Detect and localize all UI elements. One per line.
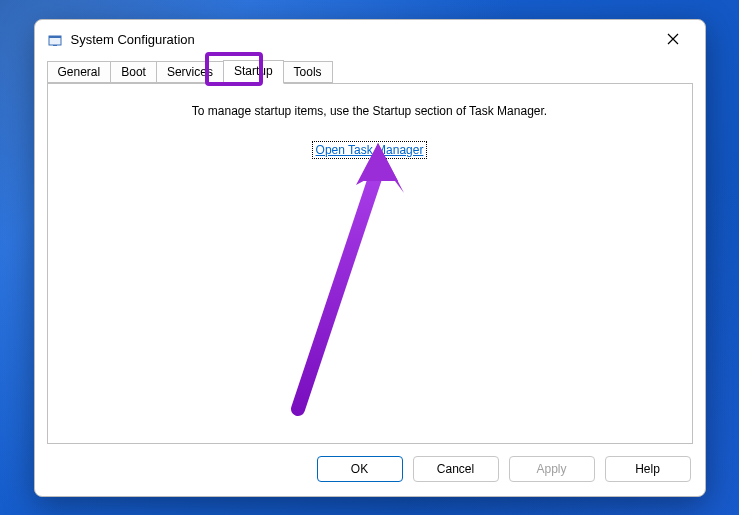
- close-icon: [667, 32, 679, 48]
- help-button[interactable]: Help: [605, 456, 691, 482]
- titlebar: System Configuration: [35, 20, 705, 60]
- tab-tools[interactable]: Tools: [283, 61, 333, 83]
- tab-startup[interactable]: Startup: [223, 60, 284, 84]
- msconfig-icon: [47, 32, 63, 48]
- tab-bar: General Boot Services Startup Tools: [47, 60, 693, 84]
- system-configuration-dialog: System Configuration General Boot Servic…: [34, 19, 706, 497]
- tab-boot[interactable]: Boot: [110, 61, 157, 83]
- tab-container: General Boot Services Startup Tools To m…: [35, 60, 705, 456]
- startup-message: To manage startup items, use the Startup…: [68, 104, 672, 118]
- tab-general[interactable]: General: [47, 61, 112, 83]
- ok-button[interactable]: OK: [317, 456, 403, 482]
- startup-panel: To manage startup items, use the Startup…: [47, 83, 693, 444]
- apply-button: Apply: [509, 456, 595, 482]
- annotation-arrow: [228, 139, 428, 419]
- cancel-button[interactable]: Cancel: [413, 456, 499, 482]
- svg-rect-1: [49, 36, 61, 38]
- window-title: System Configuration: [71, 32, 653, 47]
- dialog-footer: OK Cancel Apply Help: [35, 456, 705, 496]
- tab-services[interactable]: Services: [156, 61, 224, 83]
- close-button[interactable]: [653, 24, 693, 56]
- svg-rect-2: [53, 45, 57, 46]
- open-task-manager-link[interactable]: Open Task Manager: [313, 142, 427, 158]
